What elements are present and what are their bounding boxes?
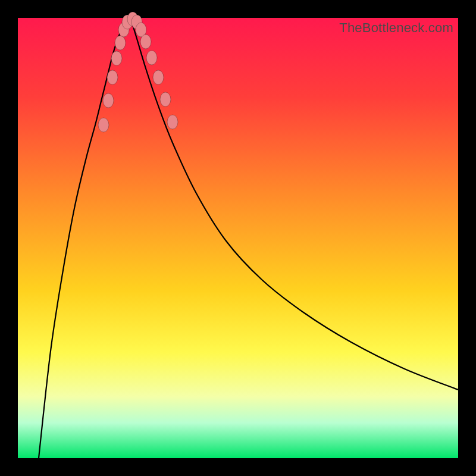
curve-left-branch [39,19,131,458]
marker-point [115,36,126,50]
marker-point [167,115,178,129]
curve-right-branch [131,19,458,390]
marker-point [107,70,118,84]
marker-point [140,35,151,49]
marker-point [160,92,171,107]
marker-point [146,51,157,65]
chart-frame: TheBottleneck.com [0,0,476,476]
marker-point [103,93,114,108]
marker-point [98,118,109,132]
marker-point [111,51,122,65]
marker-point [153,70,164,84]
curve-layer [18,18,458,458]
plot-area: TheBottleneck.com [18,18,458,458]
